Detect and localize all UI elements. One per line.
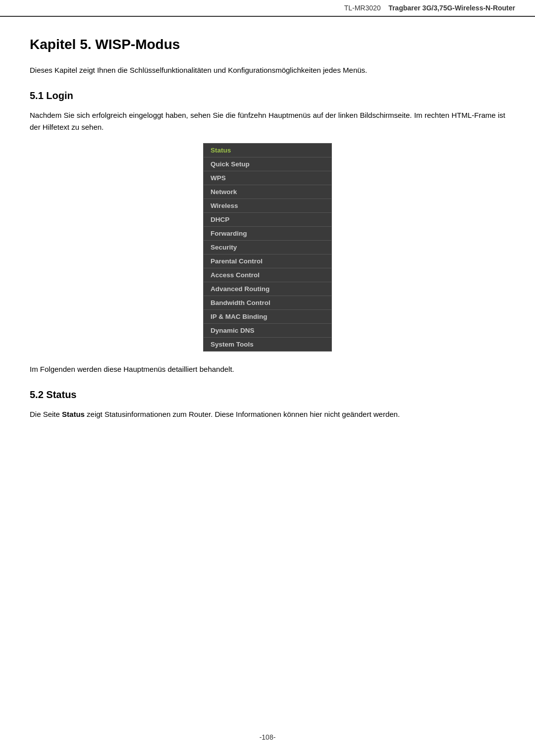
menu-item-dynamic-dns[interactable]: Dynamic DNS <box>204 324 331 338</box>
after-menu-text: Im Folgenden werden diese Hauptmenüs det… <box>30 363 505 375</box>
intro-paragraph: Dieses Kapitel zeigt Ihnen die Schlüssel… <box>30 64 505 76</box>
status-text-before: Die Seite <box>30 410 62 418</box>
menu-item-wireless[interactable]: Wireless <box>204 199 331 213</box>
menu-item-advanced-routing[interactable]: Advanced Routing <box>204 282 331 296</box>
menu-item-quick-setup[interactable]: Quick Setup <box>204 157 331 171</box>
menu-item-security[interactable]: Security <box>204 241 331 254</box>
status-text-after: zeigt Statusinformationen zum Router. Di… <box>85 410 400 418</box>
status-bold-word: Status <box>62 410 85 418</box>
menu-box: StatusQuick SetupWPSNetworkWirelessDHCPF… <box>203 143 332 352</box>
chapter-title: Kapitel 5. WISP-Modus <box>30 37 505 52</box>
menu-item-wps[interactable]: WPS <box>204 171 331 185</box>
header-subtitle: Tragbarer 3G/3,75G-Wireless-N-Router <box>388 4 515 12</box>
menu-item-system-tools[interactable]: System Tools <box>204 338 331 351</box>
menu-item-network[interactable]: Network <box>204 185 331 199</box>
menu-item-forwarding[interactable]: Forwarding <box>204 227 331 241</box>
menu-container: StatusQuick SetupWPSNetworkWirelessDHCPF… <box>30 143 505 352</box>
section-status-heading: 5.2 Status <box>30 389 505 401</box>
header-model: TL-MR3020 <box>344 4 381 12</box>
page-footer: -108- <box>0 733 535 741</box>
section-login-heading: 5.1 Login <box>30 90 505 101</box>
main-content: Kapitel 5. WISP-Modus Dieses Kapitel zei… <box>0 17 535 450</box>
status-text: Die Seite Status zeigt Statusinformation… <box>30 408 505 420</box>
menu-item-access-control[interactable]: Access Control <box>204 268 331 282</box>
menu-item-status[interactable]: Status <box>204 144 331 157</box>
page-container: TL-MR3020 Tragbarer 3G/3,75G-Wireless-N-… <box>0 0 535 756</box>
section-login-text: Nachdem Sie sich erfolgreich eingeloggt … <box>30 109 505 133</box>
menu-item-ip-&-mac-binding[interactable]: IP & MAC Binding <box>204 310 331 324</box>
header-bar: TL-MR3020 Tragbarer 3G/3,75G-Wireless-N-… <box>0 0 535 17</box>
menu-item-dhcp[interactable]: DHCP <box>204 213 331 227</box>
page-number: -108- <box>260 733 276 741</box>
menu-item-bandwidth-control[interactable]: Bandwidth Control <box>204 296 331 310</box>
menu-item-parental-control[interactable]: Parental Control <box>204 254 331 268</box>
